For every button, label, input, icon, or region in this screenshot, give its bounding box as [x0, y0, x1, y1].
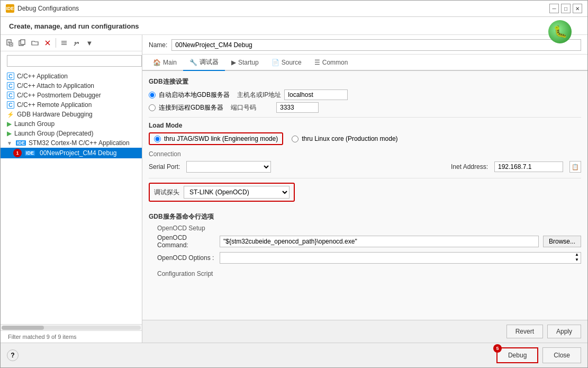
sidebar-item-cpp-remote[interactable]: C C/C++ Remote Application	[1, 100, 142, 110]
gdb-options-section: GDB服务器命令行选项 OpenOCD Setup OpenOCD Comman…	[149, 212, 581, 277]
radio-local[interactable]	[149, 92, 156, 98]
close-window-button[interactable]: ✕	[573, 4, 582, 13]
sidebar-item-stm32-group[interactable]: ▼ IDE STM32 Cortex-M C/C++ Application	[1, 138, 142, 148]
radio-remote-row: 连接到远程GDB服务器 端口号码	[149, 102, 581, 113]
footer-right: 5 Debug Close	[496, 347, 581, 363]
debugger-select[interactable]: ST-LINK (OpenOCD)	[184, 186, 290, 199]
sidebar-bottom: Filter matched 9 of 9 items	[1, 330, 142, 343]
apply-button[interactable]: Apply	[547, 325, 581, 338]
ide-icon-config: IDE	[25, 150, 35, 156]
revert-button[interactable]: Revert	[506, 325, 543, 338]
openocd-setup-section: OpenOCD Setup OpenOCD Command: Browse...…	[149, 225, 581, 264]
c-icon-remote: C	[7, 101, 14, 109]
debug-button[interactable]: 5 Debug	[496, 347, 538, 363]
duplicate-config-button[interactable]	[16, 37, 28, 49]
sidebar-label-stm32: STM32 Cortex-M C/C++ Application	[29, 139, 130, 147]
collapse-all-button[interactable]	[58, 37, 70, 49]
sidebar-item-cpp-attach[interactable]: C C/C++ Attach to Application	[1, 81, 142, 91]
debugger-tab-icon: 🔧	[189, 59, 197, 66]
inet-input[interactable]	[494, 161, 563, 172]
divider-2	[149, 178, 581, 178]
launch-icon: ▶	[7, 120, 12, 128]
panel-content: GDB连接设置 自动启动本地GDB服务器 主机名或IP地址 连接到远程GDB服务…	[142, 71, 587, 320]
main-window: IDE Debug Configurations ─ □ ✕ Create, m…	[0, 0, 588, 368]
sidebar-item-cpp-app[interactable]: C C/C++ Application	[1, 71, 142, 81]
gdb-radio-group: 自动启动本地GDB服务器 主机名或IP地址 连接到远程GDB服务器 端口号码	[149, 89, 581, 113]
tab-main[interactable]: 🏠 Main	[147, 55, 183, 71]
filter-text: Filter matched 9 of 9 items	[5, 332, 80, 342]
horizontal-scrollbar[interactable]	[1, 324, 142, 330]
spin-down-button[interactable]: ▼	[574, 257, 580, 263]
openocd-options-input[interactable]	[220, 252, 581, 264]
radio-remote-label: 连接到远程GDB服务器	[159, 103, 223, 112]
load-jtag-label: thru JTAG/SWD link (Engineering mode)	[164, 135, 278, 142]
common-tab-icon: ☰	[314, 59, 320, 66]
tab-debugger-label: 调试器	[200, 58, 219, 67]
browse-button[interactable]: Browse...	[543, 236, 581, 247]
serial-label: Serial Port:	[149, 163, 180, 170]
maximize-button[interactable]: □	[561, 4, 571, 13]
tab-common[interactable]: ☰ Common	[308, 55, 355, 71]
tab-startup[interactable]: ▶ Startup	[225, 55, 265, 71]
load-mode-title: Load Mode	[149, 122, 581, 129]
radio-linux[interactable]	[292, 136, 298, 142]
tab-source-label: Source	[282, 59, 302, 66]
tab-debugger[interactable]: 🔧 调试器	[183, 55, 225, 71]
badge-5: 5	[493, 344, 502, 353]
openocd-command-input[interactable]	[220, 236, 539, 247]
gdb-icon: ⚡	[7, 111, 14, 118]
sidebar-item-gdb-hardware[interactable]: ⚡ GDB Hardware Debugging	[1, 110, 142, 119]
bottom-bar: Revert Apply	[142, 320, 587, 343]
sidebar-item-launch-group[interactable]: ▶ Launch Group	[1, 119, 142, 129]
sidebar-item-launch-group-dep[interactable]: ▶ Launch Group (Deprecated)	[1, 129, 142, 138]
gdb-options-title: GDB服务器命令行选项	[149, 212, 581, 221]
new-config-button[interactable]	[4, 37, 15, 49]
search-wrap	[1, 51, 142, 70]
spin-up-button[interactable]: ▲	[574, 252, 580, 257]
header-subtitle: Create, manage, and run configurations	[9, 22, 579, 30]
sidebar-item-cpp-postmortem[interactable]: C C/C++ Postmortem Debugger	[1, 91, 142, 100]
close-button[interactable]: Close	[542, 347, 581, 363]
sidebar-label-cpp-attach: C/C++ Attach to Application	[17, 82, 94, 89]
inet-label: Inet Address:	[451, 163, 488, 170]
help-button[interactable]: ?	[7, 349, 19, 361]
footer-left: ?	[7, 349, 19, 361]
sidebar-toolbar: ▼	[1, 35, 142, 51]
logo-circle: 🐛	[548, 20, 572, 43]
app-icon-small: IDE	[6, 4, 14, 13]
c-icon-postmortem: C	[7, 92, 14, 99]
port-input[interactable]	[276, 102, 319, 113]
host-input[interactable]	[284, 89, 348, 100]
tab-source[interactable]: 📄 Source	[265, 55, 308, 71]
debugger-label: 调试探头	[154, 188, 179, 197]
radio-local-row: 自动启动本地GDB服务器 主机名或IP地址	[149, 89, 581, 100]
tabs-bar: 🏠 Main 🔧 调试器 ▶ Startup 📄 Source ☰ C	[142, 55, 587, 71]
sidebar-label-launch: Launch Group	[14, 120, 55, 128]
link-button[interactable]	[71, 37, 83, 49]
name-input[interactable]	[171, 39, 581, 51]
startup-tab-icon: ▶	[231, 59, 236, 66]
toolbar-separator-1	[56, 38, 56, 48]
titlebar: IDE Debug Configurations ─ □ ✕	[1, 1, 587, 17]
scrollbar-track	[2, 326, 141, 330]
name-row: Name:	[142, 35, 587, 55]
openocd-command-row: OpenOCD Command: Browse...	[157, 234, 581, 249]
radio-jtag[interactable]	[154, 136, 161, 142]
connection-title: Connection	[149, 150, 581, 158]
ide-icon-group: IDE	[16, 140, 26, 146]
radio-remote[interactable]	[149, 104, 156, 111]
radio-local-label: 自动启动本地GDB服务器	[159, 91, 230, 100]
spin-buttons: ▲ ▼	[574, 252, 580, 264]
minimize-button[interactable]: ─	[549, 4, 559, 13]
search-input[interactable]	[7, 55, 142, 67]
dropdown-button[interactable]: ▼	[84, 37, 95, 49]
delete-config-button[interactable]	[42, 37, 53, 49]
scrollbar-thumb	[2, 326, 44, 330]
new-folder-button[interactable]	[29, 37, 41, 49]
copy-inet-button[interactable]: 📋	[569, 161, 581, 173]
sidebar-label-remote: C/C++ Remote Application	[17, 101, 92, 109]
tab-startup-label: Startup	[238, 59, 259, 66]
window-controls: ─ □ ✕	[549, 4, 582, 13]
serial-select[interactable]	[186, 161, 271, 173]
sidebar-item-debug-config[interactable]: 1 IDE 00NewProject_CM4 Debug	[1, 148, 142, 158]
